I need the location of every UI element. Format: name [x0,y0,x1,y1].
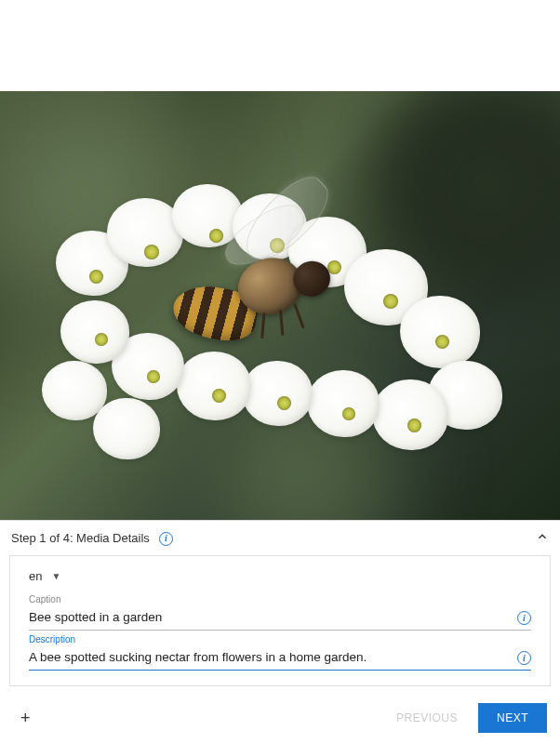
panel-body: en ▼ Caption i Description i [9,555,551,686]
panel-header[interactable]: Step 1 of 4: Media Details i [0,521,560,555]
collapse-chevron-icon[interactable] [536,530,549,546]
next-button[interactable]: NEXT [478,703,547,733]
caption-label: Caption [29,594,531,604]
caption-info-icon[interactable]: i [517,608,531,626]
step-info-icon[interactable]: i [159,530,173,546]
description-label: Description [29,634,531,644]
previous-button: PREVIOUS [383,704,471,732]
caption-field: Caption i [29,594,531,631]
header-blank-area [0,0,560,91]
caption-input[interactable] [29,606,531,631]
description-field: Description i [29,634,531,671]
uploaded-image-preview [0,91,560,526]
media-details-panel: Step 1 of 4: Media Details i en ▼ Captio… [0,520,560,744]
language-selected: en [29,569,42,583]
add-button[interactable]: + [13,705,38,732]
description-info-icon[interactable]: i [517,648,531,666]
description-input[interactable] [29,646,531,671]
dropdown-triangle-icon: ▼ [51,571,60,581]
language-select[interactable]: en ▼ [29,564,60,591]
panel-footer: + PREVIOUS NEXT [0,696,560,744]
step-label: Step 1 of 4: Media Details [11,531,150,545]
